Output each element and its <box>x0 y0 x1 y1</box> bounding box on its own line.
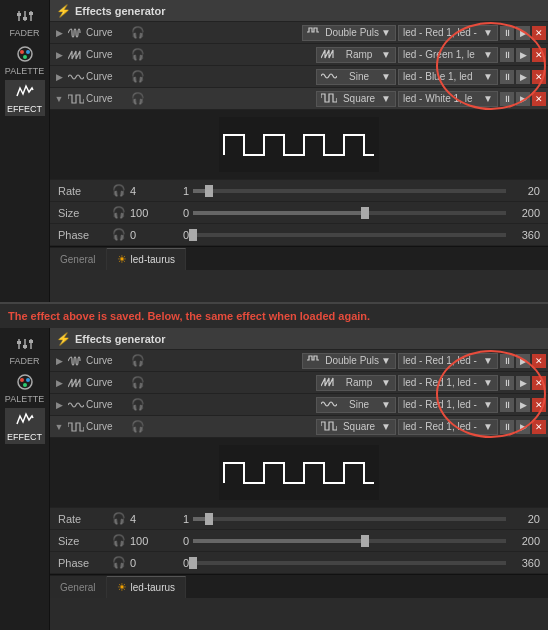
bottom-fixture-label-2: led - Red 1, led - <box>403 377 477 388</box>
bottom-sidebar-effect-label: EFFECT <box>7 432 42 442</box>
bottom-ctrl-next-3[interactable]: ▶ <box>516 398 530 412</box>
bottom-headphone-4[interactable]: 🎧 <box>131 420 145 434</box>
top-wave-type-label-4: Square <box>343 93 375 104</box>
top-tab-general[interactable]: General <box>50 248 107 270</box>
top-size-icon[interactable]: 🎧 <box>112 206 126 219</box>
top-ctrl-del-4[interactable]: ✕ <box>532 92 546 106</box>
bottom-ctrl-del-1[interactable]: ✕ <box>532 354 546 368</box>
top-ctrl-next-2[interactable]: ▶ <box>516 48 530 62</box>
bottom-fixture-btn-1[interactable]: led - Red 1, led - ▼ <box>398 353 498 369</box>
bottom-expand-1[interactable]: ▶ <box>52 354 66 368</box>
bottom-ctrl-pause-1[interactable]: ⏸ <box>500 354 514 368</box>
top-ctrl-pause-3[interactable]: ⏸ <box>500 70 514 84</box>
top-ctrl-del-2[interactable]: ✕ <box>532 48 546 62</box>
top-ctrl-pause-1[interactable]: ⏸ <box>500 26 514 40</box>
bottom-sidebar-icon-effect[interactable]: EFFECT <box>5 408 45 444</box>
top-ctrl-next-1[interactable]: ▶ <box>516 26 530 40</box>
bottom-ctrl-next-1[interactable]: ▶ <box>516 354 530 368</box>
top-ctrl-next-3[interactable]: ▶ <box>516 70 530 84</box>
top-headphone-3[interactable]: 🎧 <box>131 70 145 84</box>
top-fixture-btn-3[interactable]: led - Blue 1, led ▼ <box>398 69 498 85</box>
bottom-fixture-btn-3[interactable]: led - Red 1, led - ▼ <box>398 397 498 413</box>
bottom-expand-2[interactable]: ▶ <box>52 376 66 390</box>
bottom-panel: FADER PALETTE EFFECT <box>0 328 548 630</box>
bottom-wave-type-btn-1[interactable]: Double Puls ▼ <box>302 353 396 369</box>
top-size-label: Size <box>58 207 108 219</box>
bottom-headphone-2[interactable]: 🎧 <box>131 376 145 390</box>
bottom-wave-type-label-4: Square <box>343 421 375 432</box>
top-tab-general-label: General <box>60 254 96 265</box>
bottom-headphone-3[interactable]: 🎧 <box>131 398 145 412</box>
top-headphone-4[interactable]: 🎧 <box>131 92 145 106</box>
bottom-wave-icon-4 <box>66 420 86 434</box>
svg-point-18 <box>20 378 24 382</box>
top-headphone-1[interactable]: 🎧 <box>131 26 145 40</box>
bottom-wave-type-btn-2[interactable]: Ramp ▼ <box>316 375 396 391</box>
bottom-wave-type-btn-4[interactable]: Square ▼ <box>316 419 396 435</box>
top-fixture-btn-1[interactable]: led - Red 1, led - ▼ <box>398 25 498 41</box>
bottom-headphone-1[interactable]: 🎧 <box>131 354 145 368</box>
bottom-row-label-1: Curve <box>86 355 131 366</box>
bottom-fixture-btn-2[interactable]: led - Red 1, led - ▼ <box>398 375 498 391</box>
sidebar-icon-palette[interactable]: PALETTE <box>5 42 45 78</box>
bottom-wave-type-btn-3[interactable]: Sine ▼ <box>316 397 396 413</box>
top-ctrl-del-3[interactable]: ✕ <box>532 70 546 84</box>
bottom-sidebar-icon-fader[interactable]: FADER <box>5 332 45 368</box>
top-ctrl-del-1[interactable]: ✕ <box>532 26 546 40</box>
top-effects-title: Effects generator <box>75 5 165 17</box>
bottom-row-controls-2: ⏸ ▶ ✕ <box>500 376 546 390</box>
top-row-controls-1: ⏸ ▶ ✕ <box>500 26 546 40</box>
top-expand-4[interactable]: ▼ <box>52 92 66 106</box>
top-ctrl-pause-4[interactable]: ⏸ <box>500 92 514 106</box>
top-headphone-2[interactable]: 🎧 <box>131 48 145 62</box>
bottom-phase-icon[interactable]: 🎧 <box>112 556 126 569</box>
top-rate-icon[interactable]: 🎧 <box>112 184 126 197</box>
bottom-expand-4[interactable]: ▼ <box>52 420 66 434</box>
top-fixture-btn-2[interactable]: led - Green 1, le ▼ <box>398 47 498 63</box>
top-wave-icon-sine <box>321 70 337 84</box>
bottom-ctrl-next-2[interactable]: ▶ <box>516 376 530 390</box>
top-phase-slider[interactable] <box>193 233 506 237</box>
bottom-ctrl-next-4[interactable]: ▶ <box>516 420 530 434</box>
bottom-ctrl-del-3[interactable]: ✕ <box>532 398 546 412</box>
top-tab-led[interactable]: ☀ led-taurus <box>107 248 186 270</box>
bottom-ctrl-pause-2[interactable]: ⏸ <box>500 376 514 390</box>
top-rate-slider[interactable] <box>193 189 506 193</box>
top-wave-type-btn-2[interactable]: Ramp ▼ <box>316 47 396 63</box>
top-ctrl-next-4[interactable]: ▶ <box>516 92 530 106</box>
bottom-ctrl-pause-3[interactable]: ⏸ <box>500 398 514 412</box>
bottom-row-controls-4: ⏸ ▶ ✕ <box>500 420 546 434</box>
bottom-ctrl-del-2[interactable]: ✕ <box>532 376 546 390</box>
bottom-ctrl-del-4[interactable]: ✕ <box>532 420 546 434</box>
top-ctrl-pause-2[interactable]: ⏸ <box>500 48 514 62</box>
bottom-phase-slider[interactable] <box>193 561 506 565</box>
bottom-wave-icon-3 <box>66 398 86 412</box>
bottom-sidebar-icon-palette[interactable]: PALETTE <box>5 370 45 406</box>
top-expand-3[interactable]: ▶ <box>52 70 66 84</box>
sidebar-icon-effect[interactable]: EFFECT <box>5 80 45 116</box>
bottom-row-label-4: Curve <box>86 421 131 432</box>
bottom-ctrl-pause-4[interactable]: ⏸ <box>500 420 514 434</box>
top-wave-type-btn-3[interactable]: Sine ▼ <box>316 69 396 85</box>
top-expand-1[interactable]: ▶ <box>52 26 66 40</box>
top-wave-type-btn-4[interactable]: Square ▼ <box>316 91 396 107</box>
top-expand-2[interactable]: ▶ <box>52 48 66 62</box>
bottom-rate-slider[interactable] <box>193 517 506 521</box>
bottom-fixture-btn-4[interactable]: led - Red 1, led - ▼ <box>398 419 498 435</box>
sidebar-icon-fader[interactable]: FADER <box>5 4 45 40</box>
bottom-tab-general[interactable]: General <box>50 576 107 598</box>
top-wave-type-btn-1[interactable]: Double Puls ▼ <box>302 25 396 41</box>
bottom-rate-icon[interactable]: 🎧 <box>112 512 126 525</box>
bottom-expand-3[interactable]: ▶ <box>52 398 66 412</box>
bottom-wave-dropdown-3: ▼ <box>381 399 391 410</box>
top-phase-icon[interactable]: 🎧 <box>112 228 126 241</box>
bottom-tab-led[interactable]: ☀ led-taurus <box>107 576 186 598</box>
bottom-sidebar: FADER PALETTE EFFECT <box>0 328 50 630</box>
bottom-size-icon[interactable]: 🎧 <box>112 534 126 547</box>
top-fixture-label-4: led - White 1, le <box>403 93 472 104</box>
bottom-size-slider[interactable] <box>193 539 506 543</box>
svg-rect-4 <box>23 17 27 20</box>
top-size-slider[interactable] <box>193 211 506 215</box>
top-fixture-btn-4[interactable]: led - White 1, le ▼ <box>398 91 498 107</box>
bottom-row-controls-3: ⏸ ▶ ✕ <box>500 398 546 412</box>
